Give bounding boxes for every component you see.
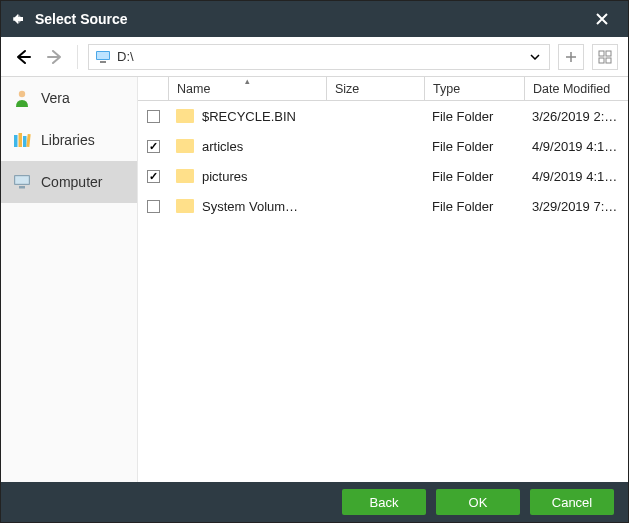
sidebar-item-computer[interactable]: Computer [1, 161, 137, 203]
close-button[interactable] [584, 1, 620, 37]
file-type: File Folder [424, 109, 524, 124]
file-name: articles [202, 139, 243, 154]
svg-rect-11 [26, 134, 30, 147]
file-list: ▴ Name Size Type Date Modified $RECYCLE.… [138, 77, 628, 482]
folder-icon [176, 109, 194, 123]
folder-icon [176, 199, 194, 213]
sidebar-item-libraries[interactable]: Libraries [1, 119, 137, 161]
svg-rect-9 [19, 133, 23, 147]
column-size[interactable]: Size [326, 77, 424, 100]
svg-rect-13 [15, 176, 29, 184]
table-row[interactable]: articlesFile Folder4/9/2019 4:10 PM [138, 131, 628, 161]
sort-indicator-icon: ▴ [245, 76, 250, 86]
path-text: D:\ [117, 49, 134, 64]
cancel-button[interactable]: Cancel [530, 489, 614, 515]
file-date: 3/26/2019 2:51 PM [524, 109, 628, 124]
table-row[interactable]: System Volum…File Folder3/29/2019 7:00 P… [138, 191, 628, 221]
table-row[interactable]: $RECYCLE.BINFile Folder3/26/2019 2:51 PM [138, 101, 628, 131]
file-rows: $RECYCLE.BINFile Folder3/26/2019 2:51 PM… [138, 101, 628, 482]
app-icon [9, 10, 27, 28]
sidebar: Vera Libraries Computer [1, 77, 138, 482]
column-type[interactable]: Type [424, 77, 524, 100]
sidebar-item-label: Vera [41, 90, 70, 106]
file-name: pictures [202, 169, 248, 184]
svg-rect-2 [100, 61, 106, 63]
row-checkbox[interactable] [147, 140, 160, 153]
path-input[interactable]: D:\ [88, 44, 550, 70]
row-checkbox[interactable] [147, 170, 160, 183]
window-title: Select Source [35, 11, 584, 27]
svg-rect-5 [599, 58, 604, 63]
folder-icon [176, 169, 194, 183]
sidebar-item-vera[interactable]: Vera [1, 77, 137, 119]
titlebar: Select Source [1, 1, 628, 37]
forward-button[interactable] [43, 45, 67, 69]
divider [77, 45, 78, 69]
svg-rect-3 [599, 51, 604, 56]
file-name: $RECYCLE.BIN [202, 109, 296, 124]
sidebar-item-label: Computer [41, 174, 102, 190]
new-folder-button[interactable] [558, 44, 584, 70]
svg-rect-8 [14, 135, 18, 147]
file-date: 3/29/2019 7:00 PM [524, 199, 628, 214]
select-source-window: Select Source D:\ [0, 0, 629, 523]
row-checkbox[interactable] [147, 110, 160, 123]
view-mode-button[interactable] [592, 44, 618, 70]
monitor-icon [95, 50, 111, 64]
file-date: 4/9/2019 4:10 PM [524, 139, 628, 154]
file-date: 4/9/2019 4:10 PM [524, 169, 628, 184]
file-name: System Volum… [202, 199, 298, 214]
column-name[interactable]: ▴ Name [168, 77, 326, 100]
svg-rect-10 [23, 136, 27, 147]
svg-rect-6 [606, 58, 611, 63]
column-checkbox[interactable] [138, 77, 168, 100]
back-button[interactable] [11, 45, 35, 69]
column-date[interactable]: Date Modified [524, 77, 628, 100]
path-dropdown-button[interactable] [527, 49, 543, 65]
back-footer-button[interactable]: Back [342, 489, 426, 515]
row-checkbox[interactable] [147, 200, 160, 213]
libraries-icon [13, 131, 31, 149]
file-type: File Folder [424, 139, 524, 154]
svg-rect-1 [97, 52, 109, 59]
computer-icon [13, 173, 31, 191]
svg-point-7 [19, 91, 25, 97]
sidebar-item-label: Libraries [41, 132, 95, 148]
table-row[interactable]: picturesFile Folder4/9/2019 4:10 PM [138, 161, 628, 191]
footer: Back OK Cancel [1, 482, 628, 522]
file-type: File Folder [424, 169, 524, 184]
file-type: File Folder [424, 199, 524, 214]
svg-rect-4 [606, 51, 611, 56]
ok-button[interactable]: OK [436, 489, 520, 515]
folder-icon [176, 139, 194, 153]
user-icon [13, 89, 31, 107]
svg-rect-14 [19, 186, 25, 189]
nav-toolbar: D:\ [1, 37, 628, 77]
column-headers: ▴ Name Size Type Date Modified [138, 77, 628, 101]
body: Vera Libraries Computer ▴ Name [1, 77, 628, 482]
